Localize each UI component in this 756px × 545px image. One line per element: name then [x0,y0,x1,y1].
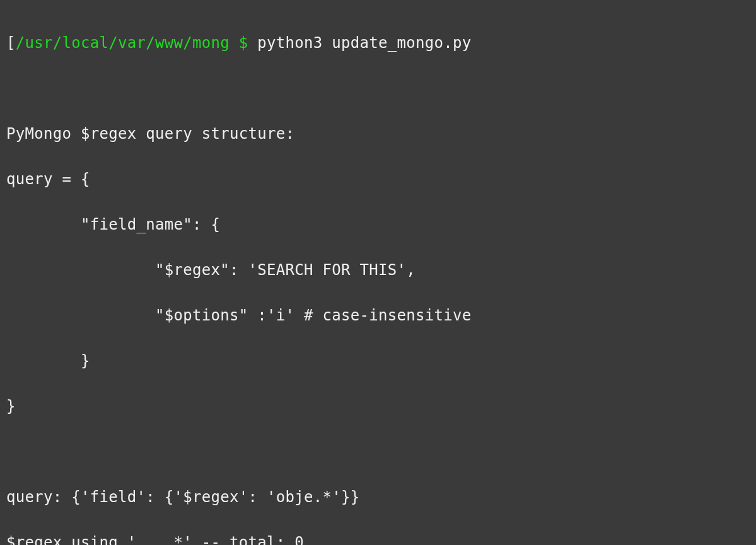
query-1-result-line: $regex using '.___*' -- total: 0 [6,531,750,545]
bracket-open: [ [6,34,16,52]
output-structure-1: PyMongo $regex query structure: [6,122,750,145]
output-structure-7: } [6,395,750,418]
cwd-path: /usr/local/var/www/mong [16,34,230,52]
output-structure-5: "$options" :'i' # case-insensitive [6,304,750,327]
output-structure-3: "field_name": { [6,213,750,236]
output-structure-6: } [6,349,750,372]
query-1-line: query: {'field': {'$regex': 'obje.*'}} [6,486,750,508]
command-text: python3 update_mongo.py [257,34,471,52]
prompt-line-1: [/usr/local/var/www/mong $ python3 updat… [6,32,750,54]
query-1-total: total: 0 [230,534,304,545]
output-structure-2: query = { [6,168,750,190]
prompt-dollar: $ [230,34,257,52]
query-1-prefix: $regex using '.___*' -- [6,534,230,545]
blank-line [6,440,750,463]
output-structure-4: "$regex": 'SEARCH FOR THIS', [6,259,750,281]
terminal-output[interactable]: [/usr/local/var/www/mong $ python3 updat… [6,9,750,545]
blank-line [6,77,750,100]
